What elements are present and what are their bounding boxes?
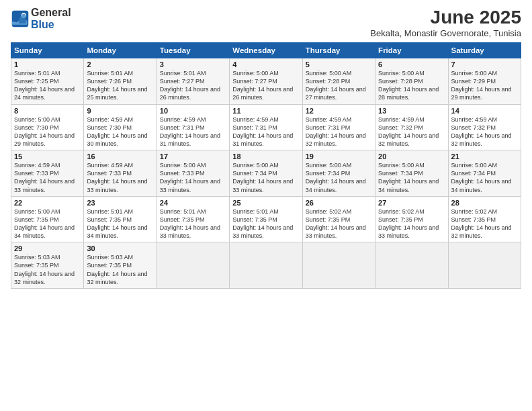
calendar-cell: 4Sunrise: 5:00 AMSunset: 7:27 PMDaylight… bbox=[230, 58, 302, 105]
calendar-cell: 1Sunrise: 5:01 AMSunset: 7:25 PMDaylight… bbox=[11, 58, 84, 105]
day-info: Sunrise: 5:02 AMSunset: 7:35 PMDaylight:… bbox=[378, 208, 439, 239]
calendar-header-row: SundayMondayTuesdayWednesdayThursdayFrid… bbox=[11, 43, 521, 58]
calendar-cell: 15Sunrise: 4:59 AMSunset: 7:33 PMDayligh… bbox=[11, 150, 84, 197]
calendar-cell: 27Sunrise: 5:02 AMSunset: 7:35 PMDayligh… bbox=[375, 196, 448, 242]
location-title: Bekalta, Monastir Governorate, Tunisia bbox=[370, 28, 521, 38]
day-number: 15 bbox=[14, 152, 81, 161]
day-info: Sunrise: 5:00 AMSunset: 7:34 PMDaylight:… bbox=[232, 162, 293, 193]
calendar-cell: 22Sunrise: 5:00 AMSunset: 7:35 PMDayligh… bbox=[11, 196, 84, 242]
calendar-cell: 29Sunrise: 5:03 AMSunset: 7:35 PMDayligh… bbox=[11, 242, 84, 289]
calendar-cell: 13Sunrise: 4:59 AMSunset: 7:32 PMDayligh… bbox=[375, 104, 448, 150]
calendar-cell bbox=[448, 242, 521, 289]
day-number: 6 bbox=[378, 60, 445, 68]
col-header-monday: Monday bbox=[84, 43, 157, 58]
calendar-cell: 21Sunrise: 5:00 AMSunset: 7:34 PMDayligh… bbox=[448, 150, 521, 197]
day-info: Sunrise: 4:59 AMSunset: 7:33 PMDaylight:… bbox=[87, 162, 147, 193]
day-info: Sunrise: 5:00 AMSunset: 7:34 PMDaylight:… bbox=[378, 162, 439, 193]
calendar-week-3: 15Sunrise: 4:59 AMSunset: 7:33 PMDayligh… bbox=[11, 150, 521, 197]
day-number: 3 bbox=[160, 60, 226, 68]
calendar-cell: 24Sunrise: 5:01 AMSunset: 7:35 PMDayligh… bbox=[157, 196, 229, 242]
calendar-week-1: 1Sunrise: 5:01 AMSunset: 7:25 PMDaylight… bbox=[11, 58, 521, 105]
day-info: Sunrise: 5:01 AMSunset: 7:26 PMDaylight:… bbox=[87, 70, 147, 101]
day-info: Sunrise: 4:59 AMSunset: 7:32 PMDaylight:… bbox=[378, 116, 439, 147]
calendar-cell: 20Sunrise: 5:00 AMSunset: 7:34 PMDayligh… bbox=[375, 150, 448, 197]
day-number: 30 bbox=[87, 244, 153, 253]
day-number: 22 bbox=[14, 199, 81, 207]
calendar-cell: 30Sunrise: 5:03 AMSunset: 7:35 PMDayligh… bbox=[84, 242, 157, 289]
day-number: 27 bbox=[378, 199, 445, 207]
day-number: 12 bbox=[306, 107, 372, 115]
day-info: Sunrise: 4:59 AMSunset: 7:31 PMDaylight:… bbox=[232, 116, 293, 147]
day-info: Sunrise: 5:03 AMSunset: 7:35 PMDaylight:… bbox=[14, 254, 75, 285]
calendar-cell: 16Sunrise: 4:59 AMSunset: 7:33 PMDayligh… bbox=[84, 150, 157, 197]
title-block: June 2025 Bekalta, Monastir Governorate,… bbox=[370, 7, 521, 38]
day-info: Sunrise: 5:00 AMSunset: 7:27 PMDaylight:… bbox=[232, 70, 293, 101]
day-number: 29 bbox=[14, 244, 81, 253]
day-info: Sunrise: 5:01 AMSunset: 7:27 PMDaylight:… bbox=[160, 70, 220, 101]
col-header-tuesday: Tuesday bbox=[157, 43, 229, 58]
day-info: Sunrise: 5:01 AMSunset: 7:35 PMDaylight:… bbox=[87, 208, 147, 239]
logo-text: General Blue bbox=[31, 7, 71, 30]
calendar-cell: 2Sunrise: 5:01 AMSunset: 7:26 PMDaylight… bbox=[84, 58, 157, 105]
calendar-week-5: 29Sunrise: 5:03 AMSunset: 7:35 PMDayligh… bbox=[11, 242, 521, 289]
calendar-cell: 6Sunrise: 5:00 AMSunset: 7:28 PMDaylight… bbox=[375, 58, 448, 105]
day-number: 28 bbox=[451, 199, 518, 207]
day-number: 9 bbox=[87, 107, 153, 115]
calendar-cell: 18Sunrise: 5:00 AMSunset: 7:34 PMDayligh… bbox=[230, 150, 302, 197]
day-info: Sunrise: 5:03 AMSunset: 7:35 PMDaylight:… bbox=[87, 254, 147, 285]
calendar-cell bbox=[302, 242, 375, 289]
calendar-cell: 25Sunrise: 5:01 AMSunset: 7:35 PMDayligh… bbox=[230, 196, 302, 242]
calendar-cell bbox=[375, 242, 448, 289]
col-header-wednesday: Wednesday bbox=[230, 43, 302, 58]
logo-general-text: General bbox=[31, 7, 71, 19]
day-number: 4 bbox=[232, 60, 299, 68]
logo-icon bbox=[11, 9, 30, 28]
day-info: Sunrise: 5:00 AMSunset: 7:28 PMDaylight:… bbox=[306, 70, 366, 101]
day-number: 13 bbox=[378, 107, 445, 115]
calendar-cell: 19Sunrise: 5:00 AMSunset: 7:34 PMDayligh… bbox=[302, 150, 375, 197]
calendar-cell: 3Sunrise: 5:01 AMSunset: 7:27 PMDaylight… bbox=[157, 58, 229, 105]
calendar-cell: 7Sunrise: 5:00 AMSunset: 7:29 PMDaylight… bbox=[448, 58, 521, 105]
day-number: 26 bbox=[306, 199, 372, 207]
calendar-cell: 14Sunrise: 4:59 AMSunset: 7:32 PMDayligh… bbox=[448, 104, 521, 150]
day-number: 11 bbox=[232, 107, 299, 115]
day-number: 2 bbox=[87, 60, 153, 68]
day-number: 24 bbox=[160, 199, 226, 207]
calendar-week-4: 22Sunrise: 5:00 AMSunset: 7:35 PMDayligh… bbox=[11, 196, 521, 242]
day-info: Sunrise: 5:02 AMSunset: 7:35 PMDaylight:… bbox=[451, 208, 512, 239]
day-number: 7 bbox=[451, 60, 518, 68]
calendar-cell: 8Sunrise: 5:00 AMSunset: 7:30 PMDaylight… bbox=[11, 104, 84, 150]
col-header-saturday: Saturday bbox=[448, 43, 521, 58]
month-title: June 2025 bbox=[370, 7, 521, 28]
day-info: Sunrise: 5:01 AMSunset: 7:25 PMDaylight:… bbox=[14, 70, 75, 101]
header: General Blue June 2025 Bekalta, Monastir… bbox=[11, 7, 521, 38]
col-header-sunday: Sunday bbox=[11, 43, 84, 58]
day-info: Sunrise: 5:02 AMSunset: 7:35 PMDaylight:… bbox=[306, 208, 366, 239]
day-number: 21 bbox=[451, 152, 518, 161]
day-number: 19 bbox=[306, 152, 372, 161]
day-number: 18 bbox=[232, 152, 299, 161]
day-info: Sunrise: 5:01 AMSunset: 7:35 PMDaylight:… bbox=[232, 208, 293, 239]
calendar-cell: 12Sunrise: 4:59 AMSunset: 7:31 PMDayligh… bbox=[302, 104, 375, 150]
day-number: 25 bbox=[232, 199, 299, 207]
day-info: Sunrise: 5:01 AMSunset: 7:35 PMDaylight:… bbox=[160, 208, 220, 239]
col-header-thursday: Thursday bbox=[302, 43, 375, 58]
logo: General Blue bbox=[11, 7, 71, 30]
page: General Blue June 2025 Bekalta, Monastir… bbox=[0, 0, 532, 411]
col-header-friday: Friday bbox=[375, 43, 448, 58]
day-number: 8 bbox=[14, 107, 81, 115]
day-number: 1 bbox=[14, 60, 81, 68]
calendar-cell: 9Sunrise: 4:59 AMSunset: 7:30 PMDaylight… bbox=[84, 104, 157, 150]
calendar-cell: 26Sunrise: 5:02 AMSunset: 7:35 PMDayligh… bbox=[302, 196, 375, 242]
day-info: Sunrise: 4:59 AMSunset: 7:31 PMDaylight:… bbox=[160, 116, 220, 147]
day-info: Sunrise: 5:00 AMSunset: 7:33 PMDaylight:… bbox=[160, 162, 220, 193]
day-info: Sunrise: 5:00 AMSunset: 7:29 PMDaylight:… bbox=[451, 70, 512, 101]
day-number: 23 bbox=[87, 199, 153, 207]
calendar-cell: 5Sunrise: 5:00 AMSunset: 7:28 PMDaylight… bbox=[302, 58, 375, 105]
calendar-cell: 23Sunrise: 5:01 AMSunset: 7:35 PMDayligh… bbox=[84, 196, 157, 242]
day-number: 5 bbox=[306, 60, 372, 68]
logo-blue-text: Blue bbox=[31, 19, 71, 31]
day-info: Sunrise: 4:59 AMSunset: 7:33 PMDaylight:… bbox=[14, 162, 75, 193]
day-info: Sunrise: 5:00 AMSunset: 7:34 PMDaylight:… bbox=[306, 162, 366, 193]
day-number: 16 bbox=[87, 152, 153, 161]
